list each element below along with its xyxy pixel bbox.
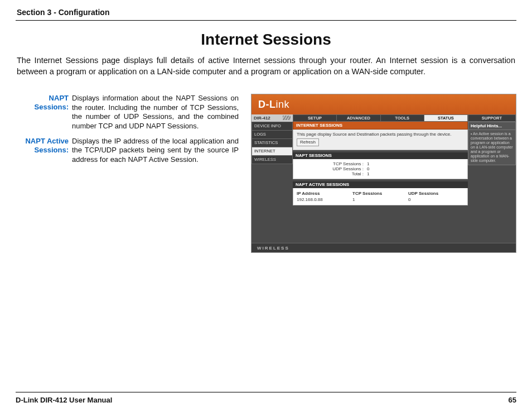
definition-item: NAPT Sessions: Displays information abou… — [16, 94, 239, 131]
stat-value: 1 — [367, 161, 369, 166]
tab-support[interactable]: SUPPORT — [468, 114, 516, 122]
footer-left: D-Link DIR-412 User Manual — [16, 396, 112, 404]
definition-desc: Displays the IP address of the local app… — [72, 137, 239, 165]
col-header: IP Address — [297, 190, 352, 197]
active-sessions-table: IP Address TCP Sessions UDP Sessions 192… — [297, 190, 464, 203]
definitions-list: NAPT Sessions: Displays information abou… — [16, 94, 239, 170]
tab-setup[interactable]: SETUP — [293, 114, 337, 122]
panel-body-napt-active: IP Address TCP Sessions UDP Sessions 192… — [293, 188, 468, 205]
sidebar-item-internet-sessions[interactable]: INTERNET SESSIONS — [252, 147, 293, 156]
right-sidebar: SUPPORT Helpful Hints... • An Active ses… — [468, 114, 516, 243]
model-label: DIR-412 — [252, 114, 293, 122]
cell-udp: 0 — [408, 197, 464, 203]
stat-value: 1 — [367, 171, 369, 176]
panel-body-napt-sessions: TCP Sessions :1 UDP Sessions :0 Total :1 — [293, 159, 468, 179]
panel-description: This page display Source and Destination… — [297, 132, 464, 137]
col-header: TCP Sessions — [352, 190, 408, 197]
sidebar-item-wireless[interactable]: WIRELESS — [252, 156, 293, 164]
router-admin-screenshot: D-Link DIR-412 DEVICE INFO LOGS STATISTI… — [251, 94, 516, 253]
stat-label: UDP Sessions : — [297, 166, 364, 171]
page-title: Internet Sessions — [16, 31, 516, 49]
panel-title-napt-active: NAPT ACTIVE SESSIONS — [293, 181, 468, 188]
intro-paragraph: The Internet Sessions page displays full… — [17, 55, 515, 77]
panel-title-napt-sessions: NAPT SESSIONS — [293, 152, 468, 159]
table-row: 192.168.0.88 1 0 — [297, 197, 464, 203]
panel-body-internet-sessions: This page display Source and Destination… — [293, 130, 468, 150]
dlink-logo: D-Link — [258, 99, 289, 111]
tab-advanced[interactable]: ADVANCED — [337, 114, 380, 122]
stat-value: 0 — [367, 166, 369, 171]
section-header: Section 3 - Configuration — [16, 6, 516, 21]
stat-label: TCP Sessions : — [297, 161, 364, 166]
col-header: UDP Sessions — [408, 190, 464, 197]
tab-status[interactable]: STATUS — [424, 114, 468, 122]
refresh-button[interactable]: Refresh — [297, 138, 319, 146]
tab-tools[interactable]: TOOLS — [381, 114, 424, 122]
sidebar-item-statistics[interactable]: STATISTICS — [252, 139, 293, 147]
panel-title-internet-sessions: INTERNET SESSIONS — [293, 122, 468, 130]
left-sidebar: DIR-412 DEVICE INFO LOGS STATISTICS INTE… — [252, 114, 293, 243]
cell-ip: 192.168.0.88 — [297, 197, 352, 203]
footer-brand-stripe: WIRELESS — [252, 243, 516, 252]
brand-bar: D-Link — [252, 94, 516, 114]
stat-label: Total : — [297, 171, 364, 176]
footer-page-number: 65 — [509, 396, 516, 404]
definition-item: NAPT Active Sessions: Displays the IP ad… — [16, 137, 239, 165]
cell-tcp: 1 — [352, 197, 408, 203]
definition-label: NAPT Sessions: — [16, 94, 72, 131]
hints-title: Helpful Hints... — [468, 122, 516, 130]
definition-desc: Displays information about the NAPT Sess… — [72, 94, 239, 131]
sidebar-item-logs[interactable]: LOGS — [252, 131, 293, 139]
hints-body: • An Active session is a conversation be… — [468, 130, 516, 165]
sidebar-item-device-info[interactable]: DEVICE INFO — [252, 122, 293, 131]
definition-label: NAPT Active Sessions: — [16, 137, 72, 165]
top-tabs: SETUP ADVANCED TOOLS STATUS — [293, 114, 468, 122]
